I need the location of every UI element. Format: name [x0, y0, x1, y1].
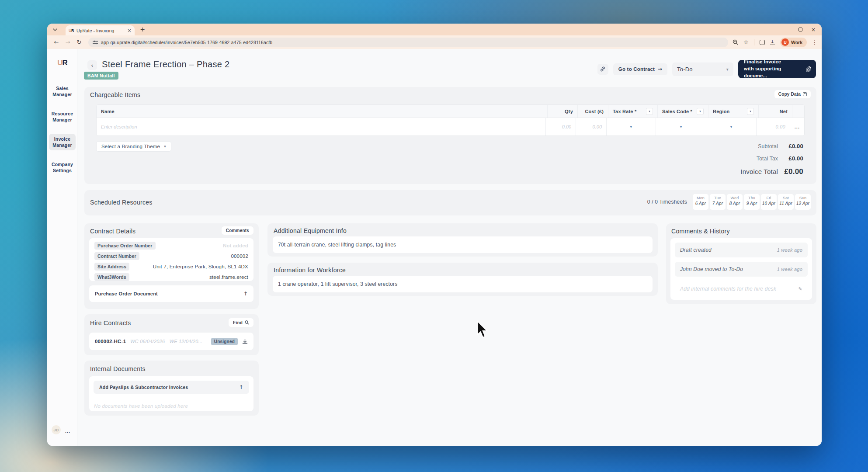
- comments-history-title: Comments & History: [671, 228, 730, 235]
- day-pill[interactable]: Mon6 Apr: [693, 194, 708, 210]
- close-icon[interactable]: ×: [811, 27, 816, 33]
- browser-menu-icon[interactable]: ⋮: [812, 39, 817, 45]
- finalise-line2: with supporting docume...: [744, 66, 802, 80]
- find-button[interactable]: Find: [229, 318, 253, 327]
- chevron-down-icon[interactable]: ▾: [747, 108, 754, 115]
- history-text: John Doe moved to To-Do: [680, 266, 743, 272]
- what3words-value: steel.frame.erect: [209, 274, 248, 280]
- search-icon: [245, 320, 249, 325]
- download-contract-icon[interactable]: [242, 339, 248, 344]
- paperclip-icon: [805, 66, 812, 73]
- day-pill[interactable]: Fri10 Apr: [761, 194, 777, 210]
- sidebar-more-icon[interactable]: ...: [65, 428, 70, 434]
- chevron-down-icon[interactable]: ▾: [697, 108, 704, 115]
- sidebar-item-resource-manager[interactable]: Resource Manager: [49, 108, 76, 125]
- sidebar-item-invoice-manager[interactable]: Invoice Manager: [49, 134, 76, 150]
- branding-theme-select[interactable]: Select a Branding Theme ▾: [96, 141, 171, 152]
- minimize-icon[interactable]: –: [787, 27, 790, 33]
- download-icon[interactable]: ↓: [770, 40, 775, 45]
- history-text: Draft created: [680, 247, 712, 253]
- page-title: Steel Frame Erection – Phase 2: [102, 59, 229, 69]
- comments-button[interactable]: Comments: [222, 226, 253, 235]
- col-qty: Qty: [548, 105, 578, 118]
- col-net: Net: [759, 105, 792, 118]
- tab-search-button[interactable]: [51, 25, 59, 34]
- pencil-icon: ✎: [799, 286, 802, 292]
- table-input-row: ▾ ▾ ▾ 0.00 ...: [97, 118, 804, 135]
- chevron-down-icon: ▾: [730, 125, 733, 129]
- chevron-down-icon: ▾: [680, 125, 682, 129]
- extensions-icon[interactable]: [760, 40, 765, 45]
- scheduled-resources-title: Scheduled Resources: [90, 199, 153, 206]
- page-back-button[interactable]: ‹: [87, 60, 97, 70]
- workforce-info-text: 1 crane operator, 1 lift supervisor, 3 s…: [273, 276, 653, 292]
- no-documents-text: No documents have been uploaded here: [94, 403, 188, 409]
- hire-contracts-title: Hire Contracts: [90, 319, 131, 326]
- status-dropdown[interactable]: To-Do ▾: [672, 62, 733, 76]
- uprate-logo: UR: [47, 59, 77, 67]
- browser-window: UR UpRate - Invoicing × + – × ← → ↻ app-…: [47, 24, 822, 446]
- contract-details-card: Contract Details Comments Purchase Order…: [84, 223, 259, 309]
- hire-contracts-card: Hire Contracts Find 000002-HC-1 WC 06/04…: [84, 314, 259, 355]
- col-cost: Cost (£): [578, 105, 608, 118]
- browser-tab-strip: UR UpRate - Invoicing × + – ×: [47, 24, 822, 35]
- invoice-total-label: Invoice Total: [740, 168, 778, 175]
- contract-detail-row: Purchase Order NumberNot added: [89, 240, 253, 251]
- sidebar-item-sales-manager[interactable]: Sales Manager: [49, 83, 76, 100]
- col-sales-code: Sales Code *▾: [658, 105, 708, 118]
- zoom-icon[interactable]: [733, 39, 738, 45]
- day-pill[interactable]: Sat11 Apr: [778, 194, 794, 210]
- forward-icon[interactable]: →: [63, 38, 73, 47]
- description-input[interactable]: [101, 124, 541, 129]
- day-pill[interactable]: Thu9 Apr: [744, 194, 760, 210]
- chevron-down-icon[interactable]: ▾: [646, 108, 653, 115]
- history-entry: John Doe moved to To-Do 1 week ago: [675, 262, 808, 277]
- qty-input[interactable]: [550, 124, 571, 129]
- browser-tab[interactable]: UR UpRate - Invoicing ×: [66, 25, 135, 35]
- tax-rate-select[interactable]: ▾: [607, 118, 656, 135]
- toolbar-divider: [754, 39, 754, 45]
- maximize-icon[interactable]: [799, 28, 802, 31]
- day-pill[interactable]: Wed8 Apr: [727, 194, 743, 210]
- total-tax-label: Total Tax: [757, 156, 778, 162]
- reload-icon[interactable]: ↻: [74, 38, 84, 47]
- row-menu-icon[interactable]: ...: [790, 118, 804, 135]
- workforce-info-card: Information for Workforce 1 crane operat…: [267, 263, 658, 296]
- contract-details-box: Purchase Order NumberNot added Contract …: [89, 238, 253, 281]
- back-icon[interactable]: ←: [52, 38, 61, 47]
- address-bar[interactable]: app-qa.uprate.digital/scheduler/invoices…: [88, 38, 728, 47]
- col-name: Name: [97, 105, 548, 118]
- contract-detail-row: Contract Number000002: [89, 251, 253, 261]
- contract-number-label: Contract Number: [94, 252, 139, 260]
- po-document-upload[interactable]: Purchase Order Document ↑: [89, 285, 253, 302]
- finalise-invoice-button[interactable]: Finalise Invoice with supporting docume.…: [738, 60, 816, 78]
- header-actions: Go to Contract → To-Do ▾ Finalise Invoic…: [597, 60, 816, 78]
- tab-close-icon[interactable]: ×: [127, 28, 132, 34]
- user-avatar[interactable]: JD: [52, 425, 61, 434]
- new-tab-button[interactable]: +: [138, 25, 147, 34]
- sidebar-item-company-settings[interactable]: Company Settings: [49, 159, 76, 176]
- copy-data-button[interactable]: Copy Data: [774, 90, 811, 98]
- add-comment-input[interactable]: Add internal comments for the hire desk …: [675, 282, 808, 295]
- hire-contract-row[interactable]: 000002-HC-1 WC 06/04/2026 - WE 12/04/20.…: [89, 333, 253, 350]
- day-pill[interactable]: Tue7 Apr: [710, 194, 726, 210]
- site-address-label: Site Address: [94, 263, 129, 271]
- comment-placeholder: Add internal comments for the hire desk: [680, 286, 776, 292]
- day-pill[interactable]: Sun12 Apr: [795, 194, 811, 210]
- region-select[interactable]: ▾: [706, 118, 757, 135]
- chargeable-items-title: Chargeable Items: [90, 91, 140, 98]
- go-to-contract-button[interactable]: Go to Contract →: [613, 63, 667, 75]
- status-value: To-Do: [677, 66, 693, 73]
- col-actions: [792, 105, 804, 118]
- add-payslips-upload[interactable]: Add Payslips & Subcontractor Invoices ↑: [94, 381, 249, 394]
- equipment-info-card: Additional Equipment Info 70t all-terrai…: [267, 223, 658, 257]
- cost-input[interactable]: [580, 124, 602, 129]
- chevron-down-icon: ▾: [164, 144, 166, 149]
- bookmark-star-icon[interactable]: ☆: [743, 39, 749, 45]
- po-number-value: Not added: [223, 243, 248, 248]
- history-time: 1 week ago: [777, 267, 802, 272]
- copy-link-button[interactable]: [597, 64, 608, 75]
- history-time: 1 week ago: [777, 247, 802, 253]
- profile-chip[interactable]: U Work: [780, 38, 807, 47]
- sales-code-select[interactable]: ▾: [656, 118, 707, 135]
